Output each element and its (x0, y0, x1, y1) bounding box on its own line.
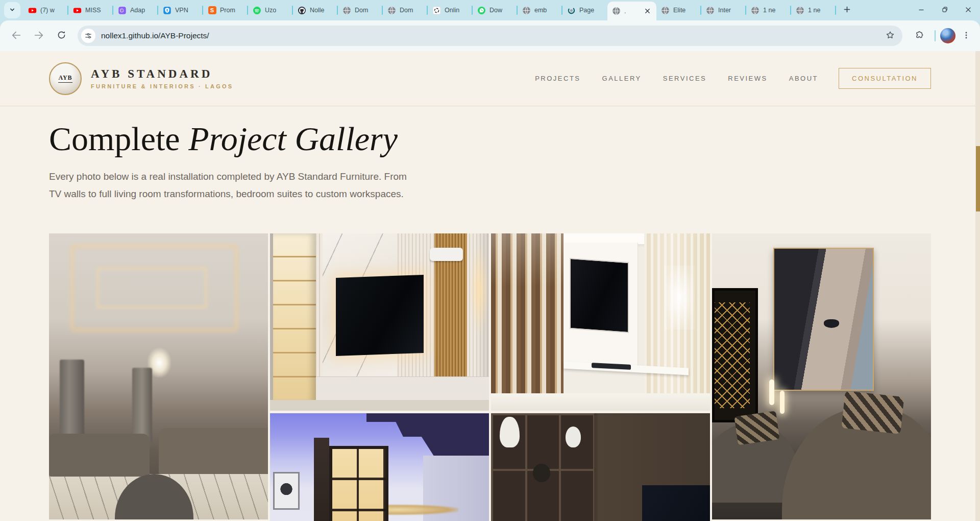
site-settings-icon[interactable] (81, 29, 95, 43)
browser-tab[interactable]: MISS (68, 0, 113, 20)
patterned-pillow (842, 391, 904, 434)
gallery-photo-blue-led-display-room[interactable] (270, 413, 489, 521)
nav-link-about[interactable]: ABOUT (789, 75, 818, 82)
close-window-button[interactable] (957, 1, 980, 20)
browser-tab[interactable]: 1 ne (791, 0, 836, 20)
browser-tab[interactable]: emb (518, 0, 562, 20)
address-bar[interactable]: nollex1.github.io/AYB-Projects/ (78, 26, 902, 46)
tab-title: Onlin (445, 7, 468, 14)
tab-title: Elite (673, 7, 697, 14)
browser-chrome: (7) wMISSAdapVPNSPromUzoNolleDomDomOnlin… (0, 0, 980, 51)
github-icon (298, 6, 306, 15)
browser-tab[interactable]: VPN (158, 0, 203, 20)
painting-lips (824, 319, 839, 328)
globe-icon (706, 6, 715, 15)
window-glow (664, 266, 695, 329)
browser-menu-button[interactable] (959, 28, 974, 43)
wall-art-frame (273, 472, 299, 510)
tab-search-button[interactable] (4, 2, 20, 18)
browser-tab[interactable]: . (607, 2, 656, 20)
curtain (132, 368, 152, 442)
site-header: AYB AYB STANDARD FURNITURE & INTERIORS ·… (0, 51, 980, 106)
floor (270, 400, 489, 411)
forward-button[interactable] (30, 27, 47, 44)
consultation-button[interactable]: CONSULTATION (839, 68, 931, 89)
forward-arrow-icon (33, 30, 44, 42)
minimize-button[interactable] (910, 1, 933, 20)
tab-title: . (624, 8, 643, 15)
portrait-painting (773, 248, 874, 391)
extensions-button[interactable] (910, 27, 927, 44)
gallery-column-1 (49, 233, 268, 521)
toolbar-divider (935, 30, 936, 41)
browser-tab[interactable]: Uzo (248, 0, 293, 20)
chevron-down-icon (8, 6, 16, 15)
star-icon (885, 30, 895, 42)
browser-tab[interactable]: 1 ne (746, 0, 791, 20)
new-tab-button[interactable] (838, 2, 855, 19)
app-purple-icon (118, 6, 127, 15)
browser-tab[interactable]: Dom (338, 0, 383, 20)
browser-tab[interactable]: Elite (656, 0, 701, 20)
reload-button[interactable] (53, 27, 70, 44)
minimize-icon (917, 5, 926, 16)
scrollbar-thumb[interactable] (976, 146, 980, 211)
ceiling-led-inner (97, 268, 207, 307)
page-scrollbar[interactable] (975, 51, 980, 521)
browser-tab[interactable]: Page (562, 0, 607, 20)
gallery-photo-luxury-living-room[interactable] (49, 233, 268, 519)
gallery-photo-walnut-shelving-unit[interactable] (491, 413, 710, 521)
sofa (49, 434, 150, 477)
bookmark-star-button[interactable] (883, 29, 897, 43)
tab-title: Dom (355, 7, 378, 14)
tab-close-button[interactable] (643, 7, 652, 15)
tube-floor-lamp (769, 380, 774, 405)
tab-title: (7) w (40, 7, 64, 14)
shelf-glow (469, 244, 489, 336)
project-gallery (0, 233, 980, 521)
gallery-photo-mirror-tv-wall[interactable] (491, 233, 710, 411)
media-cabinet (316, 377, 489, 400)
nav-link-gallery[interactable]: GALLERY (602, 75, 642, 82)
reload-icon (56, 30, 67, 42)
tab-title: MISS (85, 7, 109, 14)
restore-button[interactable] (933, 1, 957, 20)
led-shelf-column (270, 233, 316, 404)
globe-icon (796, 6, 804, 15)
gallery-photo-portrait-art-lounge[interactable] (712, 233, 931, 519)
browser-tab-bar: (7) wMISSAdapVPNSPromUzoNolleDomDomOnlin… (0, 0, 980, 20)
browser-tab[interactable]: Onlin (428, 0, 473, 20)
plus-icon (843, 5, 851, 15)
globe-icon (612, 7, 621, 15)
back-button[interactable] (8, 27, 25, 44)
browser-tab[interactable]: Dom (383, 0, 428, 20)
url-text: nollex1.github.io/AYB-Projects/ (101, 31, 883, 40)
browser-tab[interactable]: Nolle (293, 0, 338, 20)
browser-tab[interactable]: (7) w (23, 0, 68, 20)
profile-avatar[interactable] (940, 28, 955, 43)
hero-section: Complete Project Gallery Every photo bel… (0, 106, 980, 203)
youtube-icon (73, 6, 82, 15)
nav-link-services[interactable]: SERVICES (663, 75, 707, 82)
nav-link-projects[interactable]: PROJECTS (535, 75, 580, 82)
browser-toolbar: nollex1.github.io/AYB-Projects/ (0, 20, 980, 51)
gallery-photo-tv-feature-wall-gold[interactable] (270, 233, 489, 411)
browser-tab[interactable]: Inter (701, 0, 746, 20)
brand-logo[interactable]: AYB (49, 62, 82, 95)
browser-tab[interactable]: Dow (473, 0, 518, 20)
vpn-shield-icon (163, 6, 172, 15)
nav-link-reviews[interactable]: REVIEWS (728, 75, 767, 82)
chatgpt-icon (432, 6, 441, 15)
globe-icon (522, 6, 531, 15)
gallery-column-3 (491, 233, 710, 521)
whatsapp-icon (477, 6, 486, 15)
sofa (159, 428, 268, 474)
browser-tab[interactable]: Adap (113, 0, 158, 20)
main-nav: PROJECTSGALLERYSERVICESREVIEWSABOUT (535, 75, 818, 82)
close-icon (964, 5, 973, 16)
tab-title: Inter (718, 7, 742, 14)
restore-icon (940, 5, 949, 16)
white-vase (566, 427, 581, 448)
browser-tab[interactable]: SProm (203, 0, 248, 20)
gallery-column-2 (270, 233, 489, 521)
